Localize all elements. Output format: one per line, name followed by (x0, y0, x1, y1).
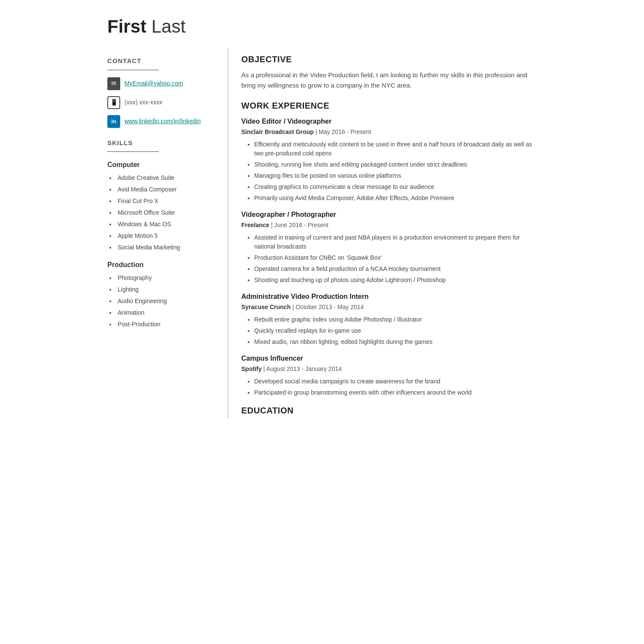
job-company-4: Spotify | August 2013 - January 2014 (241, 365, 537, 374)
phone-icon: 📱 (107, 96, 120, 109)
left-column: CONTACT ✉ MyEmail@yahoo.com 📱 (xxx) xxx-… (107, 49, 228, 419)
linkedin-icon: in (107, 115, 120, 128)
contact-section-title: CONTACT (107, 56, 219, 66)
job-entry-4: Campus Influencer Spotify | August 2013 … (241, 353, 537, 397)
skills-divider (107, 151, 159, 152)
job-company-2: Freelance | June 2016 - Present (241, 221, 537, 230)
list-item: Social Media Marketing (116, 243, 219, 252)
list-item: Operated camera for a field production o… (254, 264, 537, 273)
job-date-4: August 2013 - January 2014 (266, 365, 342, 372)
job-date-2: June 2016 - Present (274, 222, 328, 228)
list-item: Shooting and touching up of photos using… (254, 276, 537, 285)
list-item: Managing files to be posted on various o… (254, 171, 537, 180)
linkedin-contact: in www.linkedin.com/in/linkedin (107, 115, 219, 128)
job-date-separator-2: | (271, 222, 274, 228)
contact-divider (107, 70, 159, 70)
list-item: Windows & Mac OS (116, 220, 219, 229)
list-item: Assisted in training of current and past… (254, 233, 537, 251)
list-item: Post-Production (116, 320, 219, 329)
email-contact: ✉ MyEmail@yahoo.com (107, 77, 219, 90)
list-item: Participated in group brainstorming even… (254, 388, 537, 397)
job-bullets-3: Rebuilt entire graphic index using Adobe… (241, 315, 537, 346)
company-name-4: Spotify (241, 365, 261, 372)
list-item: Creating graphics to communicate a clear… (254, 182, 537, 191)
full-name: First Last (107, 13, 537, 40)
job-date-separator-3: | (292, 304, 296, 310)
list-item: Rebuilt entire graphic index using Adobe… (254, 315, 537, 324)
job-title-3: Administrative Video Production Intern (241, 292, 537, 302)
job-date-1: May 2016 - Present (319, 128, 371, 135)
computer-skills-title: Computer (107, 160, 219, 170)
list-item: Quickly recalled replays for in-game use (254, 326, 537, 335)
last-name: Last (152, 16, 185, 36)
objective-text: As a professional in the Video Productio… (241, 70, 537, 91)
company-name-3: Syracuse Crunch (241, 304, 291, 310)
production-skills-title: Production (107, 260, 219, 270)
education-title: EDUCATION (241, 404, 537, 417)
job-title-1: Video Editor / Videographer (241, 116, 537, 127)
phone-text: (xxx) xxx-xxxx (125, 98, 162, 107)
job-title-4: Campus Influencer (241, 353, 537, 364)
job-company-1: Sinclair Broadcast Group | May 2016 - Pr… (241, 128, 537, 137)
job-bullets-4: Developed social media campaigns to crea… (241, 377, 537, 397)
right-column: OBJECTIVE As a professional in the Video… (228, 49, 537, 419)
job-bullets-1: Efficiently and meticulously edit conten… (241, 140, 537, 203)
job-title-2: Videographer / Photographer (241, 210, 537, 220)
list-item: Audio Engineering (116, 297, 219, 306)
list-item: Shooting, running live shots and editing… (254, 160, 537, 169)
first-name: First (107, 16, 146, 36)
list-item: Animation (116, 308, 219, 317)
list-item: Microsoft Office Suite (116, 208, 219, 217)
list-item: Adobe Creative Suite (116, 173, 219, 182)
list-item: Final Cut Pro X (116, 197, 219, 206)
company-name-1: Sinclair Broadcast Group (241, 128, 314, 135)
list-item: Apple Motion 5 (116, 231, 219, 240)
list-item: Mixed audio, ran ribbon lighting, edited… (254, 337, 537, 346)
computer-skills-list: Adobe Creative Suite Avid Media Composer… (107, 173, 219, 252)
job-entry-2: Videographer / Photographer Freelance | … (241, 210, 537, 285)
list-item: Production Assistant for CNBC on 'Squawk… (254, 253, 537, 262)
list-item: Avid Media Composer (116, 185, 219, 194)
linkedin-link[interactable]: www.linkedin.com/in/linkedin (125, 117, 200, 126)
work-experience-title: WORK EXPERIENCE (241, 99, 537, 112)
company-name-2: Freelance (241, 222, 269, 228)
mail-icon: ✉ (107, 77, 120, 90)
job-company-3: Syracuse Crunch | October 2013 - May 201… (241, 303, 537, 312)
phone-contact: 📱 (xxx) xxx-xxxx (107, 96, 219, 109)
objective-title: OBJECTIVE (241, 53, 537, 66)
job-date-3: October 2013 - May 2014 (296, 304, 364, 310)
email-link[interactable]: MyEmail@yahoo.com (125, 79, 183, 88)
skills-section-title: SKILLS (107, 138, 219, 148)
list-item: Lighting (116, 285, 219, 294)
list-item: Efficiently and meticulously edit conten… (254, 140, 537, 158)
job-entry-1: Video Editor / Videographer Sinclair Bro… (241, 116, 537, 203)
page-header: First Last (107, 13, 537, 40)
job-bullets-2: Assisted in training of current and past… (241, 233, 537, 285)
job-entry-3: Administrative Video Production Intern S… (241, 292, 537, 346)
list-item: Primarily using Avid Media Composer, Ado… (254, 194, 537, 203)
production-skills-list: Photography Lighting Audio Engineering A… (107, 273, 219, 329)
list-item: Developed social media campaigns to crea… (254, 377, 537, 386)
list-item: Photography (116, 273, 219, 283)
